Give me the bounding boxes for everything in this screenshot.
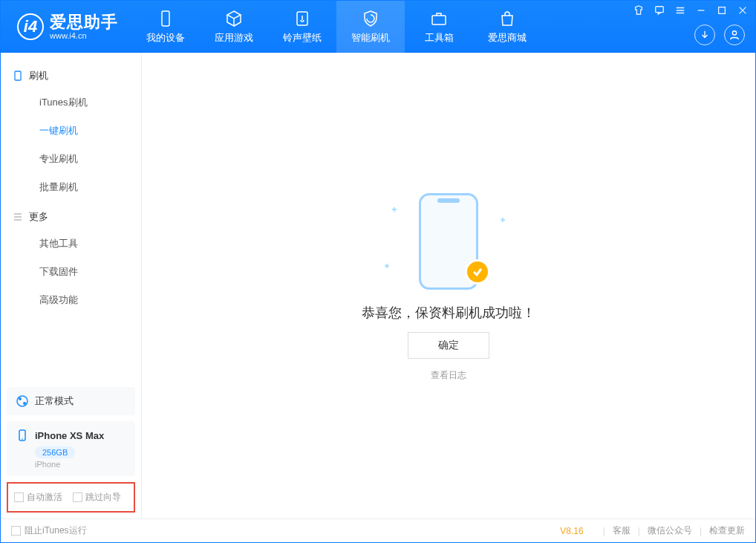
feedback-icon[interactable] <box>653 4 666 17</box>
sparkle-icon <box>385 264 389 268</box>
success-illustration <box>382 189 515 293</box>
mode-card[interactable]: 正常模式 <box>7 387 135 415</box>
device-card[interactable]: iPhone XS Max 256GB iPhone <box>7 421 135 476</box>
svg-rect-6 <box>15 71 21 80</box>
mode-label: 正常模式 <box>35 394 74 408</box>
window-controls <box>632 4 749 17</box>
logo-icon: i4 <box>17 13 44 40</box>
close-icon[interactable] <box>736 4 749 17</box>
sidebar-section-more: 更多 <box>1 201 141 230</box>
tab-flash[interactable]: 智能刷机 <box>336 1 405 53</box>
tab-label: 应用游戏 <box>215 31 253 45</box>
sidebar-item-download-firmware[interactable]: 下载固件 <box>1 258 141 286</box>
shield-icon <box>361 9 380 28</box>
sidebar-bottom: 正常模式 iPhone XS Max 256GB iPhone 自动激活 <box>1 381 141 518</box>
sidebar-item-pro-flash[interactable]: 专业刷机 <box>1 145 141 173</box>
storage-badge: 256GB <box>35 446 75 458</box>
svg-point-7 <box>17 396 27 406</box>
device-type: iPhone <box>35 460 126 469</box>
check-label: 阻止iTunes运行 <box>25 524 87 537</box>
checkbox-icon <box>73 492 82 502</box>
sidebar-item-oneclick-flash[interactable]: 一键刷机 <box>1 117 141 145</box>
tab-toolbox[interactable]: 工具箱 <box>405 1 473 53</box>
ok-button[interactable]: 确定 <box>408 332 489 359</box>
svg-point-9 <box>23 402 26 405</box>
svg-point-11 <box>22 438 23 440</box>
sidebar-section-label: 更多 <box>29 210 48 224</box>
check-auto-activate[interactable]: 自动激活 <box>14 491 62 504</box>
device-icon <box>13 71 23 81</box>
svg-rect-3 <box>656 7 664 13</box>
app-url: www.i4.cn <box>50 31 118 40</box>
body: 刷机 iTunes刷机 一键刷机 专业刷机 批量刷机 更多 其他工具 下载固件 … <box>1 53 755 518</box>
check-label: 自动激活 <box>27 491 62 504</box>
minimize-icon[interactable] <box>694 4 708 17</box>
svg-point-8 <box>19 397 22 400</box>
check-label: 跳过向导 <box>85 491 121 504</box>
tab-label: 智能刷机 <box>351 31 390 45</box>
titlebar: i4 爱思助手 www.i4.cn 我的设备 应用游戏 铃声壁纸 智能刷机 <box>1 1 755 53</box>
skin-icon[interactable] <box>632 4 645 17</box>
main-tabs: 我的设备 应用游戏 铃声壁纸 智能刷机 工具箱 爱思商城 <box>131 1 541 53</box>
music-icon <box>293 9 312 28</box>
svg-rect-4 <box>719 7 726 14</box>
checkbox-icon <box>14 492 24 502</box>
sidebar-section-flash: 刷机 <box>1 60 141 88</box>
tab-store[interactable]: 爱思商城 <box>473 1 541 53</box>
checkbox-icon <box>11 526 21 536</box>
bag-icon <box>498 9 517 28</box>
sidebar-item-batch-flash[interactable]: 批量刷机 <box>1 173 141 201</box>
sparkle-icon <box>392 207 397 212</box>
success-check-icon <box>465 259 490 284</box>
download-icon[interactable] <box>694 25 715 45</box>
menu-icon[interactable] <box>674 4 687 17</box>
device-icon <box>16 429 29 442</box>
footer: 阻止iTunes运行 V8.16 | 客服 | 微信公众号 | 检查更新 <box>1 518 755 542</box>
wechat-link[interactable]: 微信公众号 <box>648 524 692 537</box>
logo: i4 爱思助手 www.i4.cn <box>1 13 131 40</box>
svg-point-5 <box>732 31 736 35</box>
tab-label: 铃声壁纸 <box>283 31 322 45</box>
sidebar-section-label: 刷机 <box>29 69 48 82</box>
header-right-icons <box>694 25 745 45</box>
sidebar: 刷机 iTunes刷机 一键刷机 专业刷机 批量刷机 更多 其他工具 下载固件 … <box>1 53 142 518</box>
main-content: 恭喜您，保资料刷机成功啦！ 确定 查看日志 <box>142 53 755 518</box>
list-icon <box>13 212 23 222</box>
sidebar-item-other-tools[interactable]: 其他工具 <box>1 230 141 258</box>
app-name: 爱思助手 <box>50 13 118 31</box>
view-log-link[interactable]: 查看日志 <box>431 369 466 382</box>
briefcase-icon <box>429 9 449 28</box>
sparkle-icon <box>501 218 505 222</box>
tab-label: 我的设备 <box>146 31 185 45</box>
cube-icon <box>224 9 244 28</box>
mode-icon <box>16 394 29 408</box>
options-highlighted: 自动激活 跳过向导 <box>7 482 135 513</box>
app-window: i4 爱思助手 www.i4.cn 我的设备 应用游戏 铃声壁纸 智能刷机 <box>0 0 756 543</box>
check-block-itunes[interactable]: 阻止iTunes运行 <box>11 524 87 537</box>
tab-label: 爱思商城 <box>488 31 527 45</box>
support-link[interactable]: 客服 <box>613 524 630 537</box>
success-message: 恭喜您，保资料刷机成功啦！ <box>362 304 535 322</box>
device-name: iPhone XS Max <box>35 430 104 441</box>
check-update-link[interactable]: 检查更新 <box>709 524 745 537</box>
sidebar-item-advanced[interactable]: 高级功能 <box>1 286 141 314</box>
tab-apps[interactable]: 应用游戏 <box>200 1 268 53</box>
phone-icon <box>156 9 175 28</box>
tab-ringtone[interactable]: 铃声壁纸 <box>268 1 336 53</box>
check-skip-guide[interactable]: 跳过向导 <box>73 491 121 504</box>
version-label: V8.16 <box>560 526 583 536</box>
svg-rect-2 <box>432 16 446 25</box>
svg-rect-0 <box>162 11 169 26</box>
sidebar-item-itunes-flash[interactable]: iTunes刷机 <box>1 88 141 117</box>
tab-label: 工具箱 <box>425 31 454 45</box>
maximize-icon[interactable] <box>715 4 729 17</box>
user-icon[interactable] <box>724 25 745 45</box>
tab-my-device[interactable]: 我的设备 <box>131 1 200 53</box>
